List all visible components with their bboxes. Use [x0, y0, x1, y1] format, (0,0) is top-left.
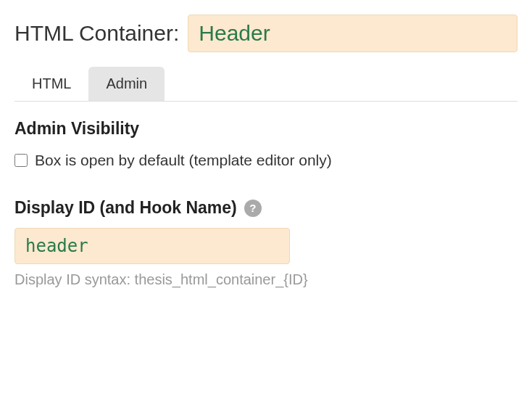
open-by-default-row: Box is open by default (template editor … — [14, 152, 518, 169]
display-id-input[interactable] — [14, 228, 290, 264]
container-type-label: HTML Container: — [14, 21, 179, 46]
admin-visibility-heading: Admin Visibility — [14, 119, 518, 139]
title-row: HTML Container: — [14, 15, 518, 52]
tabs: HTML Admin — [14, 67, 518, 102]
open-by-default-checkbox[interactable] — [14, 154, 28, 167]
container-name-input[interactable] — [188, 15, 518, 52]
tab-admin[interactable]: Admin — [88, 67, 165, 101]
tab-html[interactable]: HTML — [14, 67, 88, 101]
display-id-syntax-hint: Display ID syntax: thesis_html_container… — [14, 271, 518, 288]
open-by-default-label: Box is open by default (template editor … — [35, 152, 332, 169]
display-id-heading: Display ID (and Hook Name) — [14, 198, 237, 218]
help-icon[interactable]: ? — [244, 200, 262, 217]
display-id-heading-row: Display ID (and Hook Name) ? — [14, 198, 518, 218]
